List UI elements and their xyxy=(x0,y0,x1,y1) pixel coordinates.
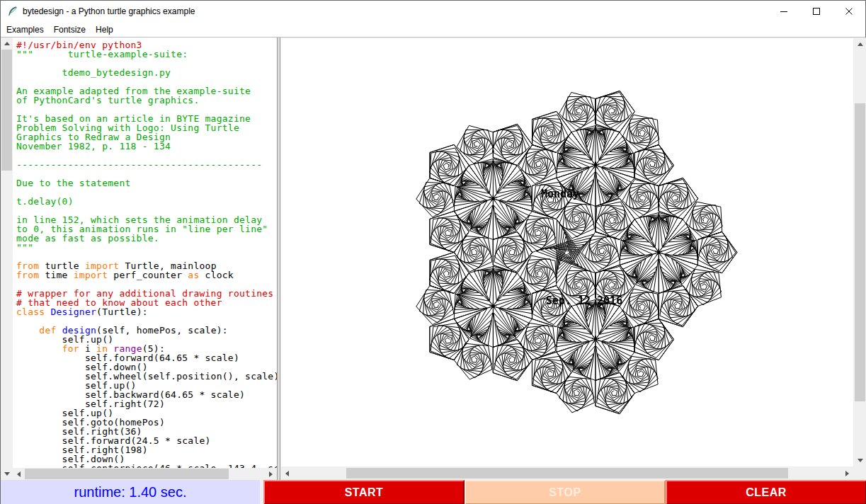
code-line: """ xyxy=(16,243,277,252)
code-line: mode as fast as possible. xyxy=(16,234,277,243)
scrollbar-thumb[interactable] xyxy=(346,468,788,479)
code-line: Due to the statement xyxy=(16,178,277,188)
runtime-label: runtime: 1.40 sec. xyxy=(1,480,260,504)
code-line: class Designer(Turtle): xyxy=(16,307,277,316)
code-line: t.delay(0) xyxy=(16,197,277,206)
status-bar: runtime: 1.40 sec. START STOP CLEAR xyxy=(1,480,866,504)
code-line: """ turtle-example-suite: xyxy=(16,50,277,59)
minimize-icon xyxy=(780,8,787,15)
stop-button[interactable]: STOP xyxy=(465,480,666,504)
title-bar[interactable]: bytedesign - a Python turtle graphics ex… xyxy=(1,1,865,22)
main-area: #!/usr/bin/env python3""" turtle-example… xyxy=(1,38,866,480)
code-pane: #!/usr/bin/env python3""" turtle-example… xyxy=(1,38,277,480)
window-controls xyxy=(768,1,865,22)
canvas-pane xyxy=(280,38,866,480)
code-line: tdemo_bytedesign.py xyxy=(16,68,277,77)
scroll-up-icon[interactable] xyxy=(1,38,13,50)
code-line: November 1982, p. 118 - 134 xyxy=(16,142,277,151)
scroll-down-icon[interactable] xyxy=(1,468,13,480)
code-line: of PythonCard's turtle graphics. xyxy=(16,96,277,105)
canvas-horizontal-scrollbar[interactable] xyxy=(281,467,853,479)
code-horizontal-scrollbar[interactable] xyxy=(13,468,277,480)
code-vertical-scrollbar[interactable] xyxy=(1,38,13,480)
maximize-button[interactable] xyxy=(800,1,833,22)
menu-examples[interactable]: Examples xyxy=(1,22,49,37)
code-editor[interactable]: #!/usr/bin/env python3""" turtle-example… xyxy=(13,38,277,468)
scrollbar-thumb[interactable] xyxy=(25,469,229,479)
minimize-button[interactable] xyxy=(768,1,800,22)
code-line: ----------------------------------------… xyxy=(16,160,277,169)
menu-bar: Examples Fontsize Help xyxy=(1,22,865,38)
canvas-area xyxy=(281,38,853,466)
scrollbar-thumb[interactable] xyxy=(855,103,865,401)
scroll-left-icon[interactable] xyxy=(13,468,25,480)
window-title: bytedesign - a Python turtle graphics ex… xyxy=(23,6,195,16)
scroll-right-icon[interactable] xyxy=(265,468,277,480)
scroll-up-icon[interactable] xyxy=(854,38,866,50)
start-button[interactable]: START xyxy=(263,480,465,504)
maximize-icon xyxy=(813,8,820,15)
app-icon xyxy=(7,6,18,17)
canvas-vertical-scrollbar[interactable] xyxy=(854,38,866,466)
app-window: bytedesign - a Python turtle graphics ex… xyxy=(0,0,866,504)
close-icon xyxy=(845,8,853,15)
code-line: from time import perf_counter as clock xyxy=(16,270,277,280)
close-button[interactable] xyxy=(833,1,865,22)
turtle-canvas[interactable] xyxy=(281,38,853,466)
menu-fontsize[interactable]: Fontsize xyxy=(49,22,91,37)
clear-button[interactable]: CLEAR xyxy=(666,480,866,504)
menu-help[interactable]: Help xyxy=(91,22,118,37)
scroll-down-icon[interactable] xyxy=(854,454,866,466)
scrollbar-thumb[interactable] xyxy=(1,50,12,171)
scrollbar-corner xyxy=(854,467,866,479)
scroll-right-icon[interactable] xyxy=(841,467,853,479)
scroll-left-icon[interactable] xyxy=(281,467,293,479)
